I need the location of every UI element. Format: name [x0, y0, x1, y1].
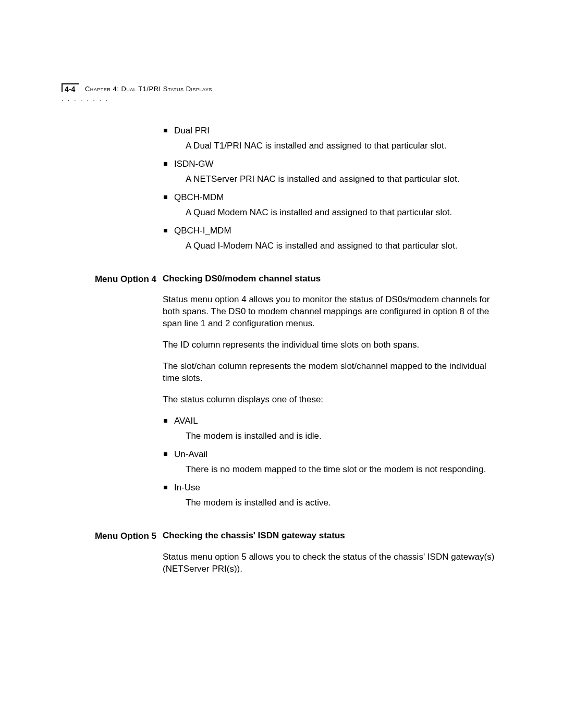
- list-item: Un-Avail There is no modem mapped to the…: [163, 449, 500, 476]
- list-item: In-Use The modem is installed and is act…: [163, 482, 500, 509]
- list-term: QBCH-I_MDM: [174, 225, 500, 237]
- status-list: AVAIL The modem is installed and is idle…: [163, 415, 500, 509]
- top-list-section: Dual PRI A Dual T1/PRI NAC is installed …: [83, 125, 500, 262]
- list-item: QBCH-MDM A Quad Modem NAC is installed a…: [163, 192, 500, 219]
- section-heading: Checking the chassis' ISDN gateway statu…: [163, 530, 500, 542]
- list-desc: A Dual T1/PRI NAC is installed and assig…: [174, 140, 500, 152]
- page-content: Dual PRI A Dual T1/PRI NAC is installed …: [83, 125, 500, 596]
- chapter-title: Chapter 4: Dual T1/PRI Status Displays: [78, 84, 212, 94]
- dotted-ornament: · · · · · · · ·: [62, 98, 212, 102]
- list-desc: A NETServer PRI NAC is installed and ass…: [174, 174, 500, 186]
- list-item: AVAIL The modem is installed and is idle…: [163, 415, 500, 442]
- list-term: Un-Avail: [174, 449, 500, 461]
- menu-option-5-section: Menu Option 5 Checking the chassis' ISDN…: [83, 530, 500, 585]
- paragraph: The slot/chan column represents the mode…: [163, 361, 500, 385]
- top-list-body: Dual PRI A Dual T1/PRI NAC is installed …: [163, 125, 500, 262]
- list-desc: The modem is installed and is active.: [174, 497, 500, 509]
- page-number: 4-4: [62, 84, 75, 94]
- list-desc: A Quad Modem NAC is installed and assign…: [174, 207, 500, 219]
- list-desc: There is no modem mapped to the time slo…: [174, 464, 500, 476]
- list-term: ISDN-GW: [174, 158, 500, 170]
- side-label-menu-option-4: Menu Option 4: [83, 273, 163, 286]
- paragraph: Status menu option 5 allows you to check…: [163, 551, 500, 575]
- list-desc: The modem is installed and is idle.: [174, 430, 500, 442]
- list-item: Dual PRI A Dual T1/PRI NAC is installed …: [163, 125, 500, 152]
- list-term: Dual PRI: [174, 125, 500, 137]
- list-term: QBCH-MDM: [174, 192, 500, 204]
- section-heading: Checking DS0/modem channel status: [163, 273, 500, 285]
- menu-option-5-body: Checking the chassis' ISDN gateway statu…: [163, 530, 500, 585]
- document-page: 4-4 Chapter 4: Dual T1/PRI Status Displa…: [0, 0, 563, 728]
- list-term: In-Use: [174, 482, 500, 494]
- side-label-empty: [83, 125, 163, 126]
- menu-option-4-body: Checking DS0/modem channel status Status…: [163, 273, 500, 519]
- menu-option-4-section: Menu Option 4 Checking DS0/modem channel…: [83, 273, 500, 519]
- side-label-menu-option-5: Menu Option 5: [83, 530, 163, 542]
- paragraph: The ID column represents the individual …: [163, 339, 500, 351]
- definition-list-top: Dual PRI A Dual T1/PRI NAC is installed …: [163, 125, 500, 252]
- list-desc: A Quad I-Modem NAC is installed and assi…: [174, 240, 500, 252]
- list-term: AVAIL: [174, 415, 500, 427]
- paragraph: The status column displays one of these:: [163, 394, 500, 406]
- paragraph: Status menu option 4 allows you to monit…: [163, 294, 500, 330]
- list-item: QBCH-I_MDM A Quad I-Modem NAC is install…: [163, 225, 500, 252]
- list-item: ISDN-GW A NETServer PRI NAC is installed…: [163, 158, 500, 186]
- page-header: 4-4 Chapter 4: Dual T1/PRI Status Displa…: [62, 83, 212, 102]
